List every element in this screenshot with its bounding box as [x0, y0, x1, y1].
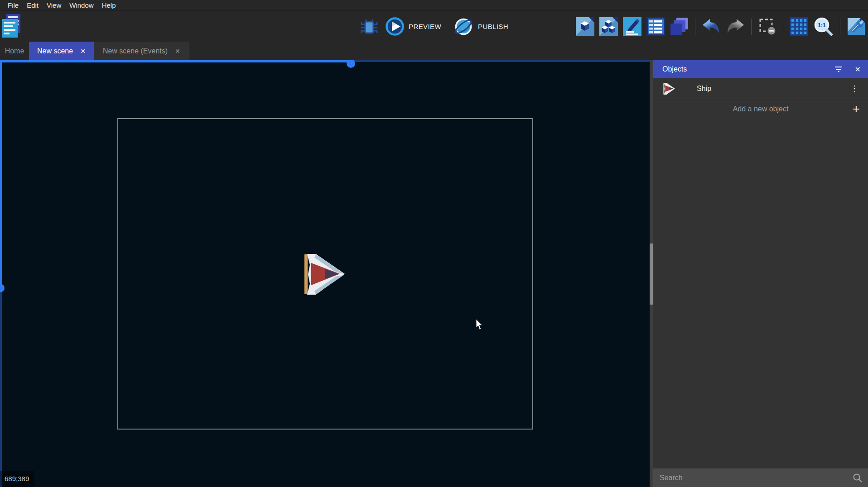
panel-scrollbar-thumb[interactable]: [650, 244, 653, 305]
instances-list-button[interactable]: [646, 17, 665, 36]
undo-button[interactable]: [702, 18, 721, 35]
toolbar-separator: [751, 19, 752, 35]
layers-icon: [670, 17, 689, 36]
objects-panel: Objects ✕ Ship ⋮ Add a: [653, 60, 868, 487]
tab-label: Home: [5, 47, 24, 55]
menu-edit[interactable]: Edit: [23, 0, 43, 11]
objects-search-bar: [653, 468, 868, 487]
filter-icon: [834, 66, 843, 73]
preview-play-icon: [385, 17, 405, 36]
preview-label: PREVIEW: [409, 23, 441, 30]
objects-panel-empty-area: [653, 119, 868, 468]
object-groups-button[interactable]: [599, 17, 618, 36]
tab-home[interactable]: Home: [0, 42, 29, 60]
object-groups-icon: [599, 17, 618, 36]
properties-button[interactable]: [623, 17, 641, 36]
selection-mask-button[interactable]: [758, 17, 776, 36]
instances-list-icon: [646, 17, 665, 36]
tab-new-scene[interactable]: New scene ✕: [29, 42, 94, 60]
search-icon: [853, 473, 863, 483]
zoom-reset-button[interactable]: 1:1: [813, 16, 834, 37]
ship-thumbnail-icon: [663, 83, 675, 95]
ship-sprite[interactable]: [304, 254, 345, 295]
scene-editor-canvas[interactable]: 689;389: [0, 60, 653, 487]
vertical-scrollbar[interactable]: [0, 292, 2, 487]
project-manager-icon: [1, 13, 22, 38]
redo-icon: [726, 18, 745, 35]
menu-file[interactable]: File: [4, 0, 23, 11]
objects-editor-button[interactable]: [576, 17, 594, 36]
toolbar-right-group: 1:1: [576, 11, 866, 42]
objects-editor-icon: [576, 17, 594, 36]
tab-close-icon[interactable]: ✕: [80, 48, 86, 54]
scene-properties-icon: [847, 17, 866, 36]
objects-panel-title: Objects: [662, 65, 822, 73]
add-new-object-button[interactable]: Add a new object +: [653, 99, 868, 119]
horizontal-scrollbar-thumb[interactable]: [347, 60, 355, 68]
menu-view[interactable]: View: [43, 0, 65, 11]
project-manager-button[interactable]: [1, 13, 22, 38]
tab-new-scene-events[interactable]: New scene (Events) ✕: [94, 42, 189, 60]
publish-globe-icon: [453, 16, 474, 37]
grid-button[interactable]: [790, 17, 808, 36]
undo-icon: [702, 18, 721, 35]
plus-icon: +: [853, 103, 860, 115]
scene-properties-button[interactable]: [847, 17, 866, 36]
properties-icon: [623, 17, 641, 36]
svg-text:1:1: 1:1: [818, 22, 826, 29]
gdevelop-window: File Edit View Window Help: [0, 0, 868, 487]
publish-label: PUBLISH: [478, 23, 508, 30]
mouse-cursor: [474, 319, 483, 332]
add-object-label: Add a new object: [653, 105, 868, 113]
redo-button[interactable]: [726, 18, 745, 35]
debug-icon: [360, 17, 379, 36]
toolbar-separator: [783, 19, 783, 35]
menu-bar: File Edit View Window Help: [0, 0, 868, 11]
tab-label: New scene (Events): [103, 47, 168, 55]
close-icon: ✕: [855, 65, 861, 74]
horizontal-scrollbar[interactable]: [351, 60, 653, 62]
debug-button[interactable]: [360, 17, 379, 36]
toolbar-separator: [695, 19, 695, 35]
object-name: Ship: [697, 85, 850, 93]
menu-window[interactable]: Window: [65, 0, 97, 11]
cursor-coordinates: 689;389: [0, 471, 34, 487]
vertical-scrollbar[interactable]: [0, 60, 2, 284]
object-list-item-ship[interactable]: Ship ⋮: [653, 78, 868, 99]
main-toolbar: PREVIEW PUBLISH: [0, 11, 868, 42]
object-options-icon[interactable]: ⋮: [850, 84, 859, 94]
layers-button[interactable]: [670, 17, 689, 36]
grid-icon: [790, 17, 808, 36]
menu-help[interactable]: Help: [98, 0, 120, 11]
horizontal-scrollbar[interactable]: [0, 60, 351, 62]
objects-panel-header: Objects ✕: [653, 60, 868, 78]
close-panel-button[interactable]: ✕: [855, 65, 861, 74]
toolbar-center-group: PREVIEW PUBLISH: [360, 11, 508, 42]
selection-mask-icon: [758, 17, 776, 36]
objects-search-input[interactable]: [660, 474, 853, 482]
preview-button[interactable]: PREVIEW: [385, 17, 441, 36]
zoom-1-1-icon: 1:1: [813, 16, 834, 37]
tab-bar: Home New scene ✕ New scene (Events) ✕: [0, 42, 868, 60]
filter-button[interactable]: [834, 66, 843, 73]
vertical-scrollbar-thumb[interactable]: [0, 284, 5, 292]
toolbar-separator: [840, 19, 840, 35]
tab-close-icon[interactable]: ✕: [175, 48, 180, 54]
tab-label: New scene: [37, 47, 73, 55]
publish-button[interactable]: PUBLISH: [453, 16, 508, 37]
